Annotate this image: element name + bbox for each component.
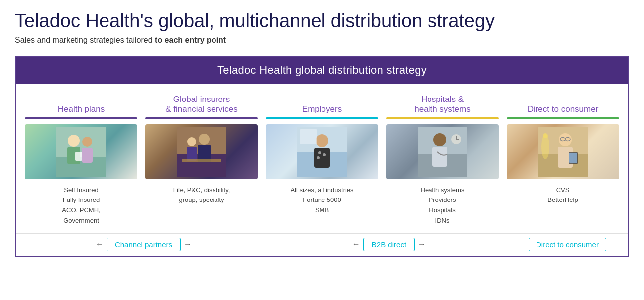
channel-partners-right-arrow: → xyxy=(184,240,192,249)
col-global-insurers: Global insurers& financial services xyxy=(141,92,262,206)
channel-partners-label: Channel partners xyxy=(107,238,181,251)
columns-area: Health plans Self Insured xyxy=(16,84,628,233)
svg-rect-17 xyxy=(314,148,330,168)
svg-rect-6 xyxy=(75,152,82,161)
col-hospitals-title: Hospitals &health systems xyxy=(414,92,470,114)
hospitals-underline xyxy=(386,117,499,119)
svg-point-9 xyxy=(199,134,210,145)
col-health-plans: Health plans Self Insured xyxy=(21,92,141,226)
employers-body: All sizes, all industriesFortune 5000SMB xyxy=(290,185,353,216)
employers-image xyxy=(266,124,378,179)
page-subtitle: Sales and marketing strategies tailored … xyxy=(15,36,629,45)
direct-consumer-underline xyxy=(507,117,619,119)
b2b-direct-left-arrow: ← xyxy=(352,240,360,249)
svg-point-16 xyxy=(316,134,328,147)
subtitle-plain: Sales and marketing strategies tailored xyxy=(15,36,155,44)
svg-rect-37 xyxy=(569,153,577,163)
col-hospitals: Hospitals &health systems xyxy=(382,92,503,226)
channel-partners-section: ← Channel partners → xyxy=(21,238,266,251)
svg-point-24 xyxy=(433,133,446,146)
global-insurers-underline xyxy=(145,117,258,119)
health-plans-image xyxy=(25,124,137,179)
svg-point-2 xyxy=(68,135,80,147)
employers-underline xyxy=(266,117,378,119)
col-direct-consumer-title: Direct to consumer xyxy=(528,92,599,114)
health-plans-illustration xyxy=(56,127,106,177)
direct-consumer-bottom-section: Direct to consumer xyxy=(512,238,623,251)
subtitle-bold: to each entry point xyxy=(155,36,226,44)
global-insurers-image xyxy=(145,124,258,179)
channel-partners-box: ← Channel partners → xyxy=(21,238,266,251)
svg-point-20 xyxy=(317,156,320,159)
svg-rect-13 xyxy=(182,159,221,162)
svg-rect-25 xyxy=(432,147,447,167)
health-plans-body: Self InsuredFully InsuredACO, PCMH,Gover… xyxy=(62,185,100,226)
col-employers-title: Employers xyxy=(302,92,342,114)
direct-consumer-body: CVSBetterHelp xyxy=(547,185,578,206)
svg-point-4 xyxy=(82,137,92,147)
hospitals-body: Health systemsProvidersHospitalsIDNs xyxy=(421,185,465,226)
b2b-direct-section: ← B2B direct → xyxy=(266,238,512,251)
health-plans-underline xyxy=(25,117,137,119)
employers-illustration xyxy=(297,127,347,177)
col-global-insurers-title: Global insurers& financial services xyxy=(165,92,238,114)
col-direct-consumer: Direct to consumer xyxy=(503,92,623,206)
channel-partners-left-arrow: ← xyxy=(96,240,104,249)
direct-consumer-illustration xyxy=(538,127,588,177)
svg-rect-5 xyxy=(82,148,93,163)
svg-point-18 xyxy=(318,151,321,154)
bottom-area: ← Channel partners → ← B2B direct → Dire… xyxy=(16,233,628,256)
col-health-plans-title: Health plans xyxy=(58,92,105,114)
svg-point-19 xyxy=(323,153,326,156)
svg-point-39 xyxy=(543,133,548,138)
b2b-direct-box: ← B2B direct → xyxy=(266,238,512,251)
main-container: Teladoc Health global distribution strat… xyxy=(15,56,629,257)
svg-point-11 xyxy=(187,137,196,146)
svg-rect-12 xyxy=(187,147,197,161)
b2b-direct-right-arrow: → xyxy=(418,240,426,249)
col-employers: Employers All sizes, all xyxy=(262,92,382,216)
svg-rect-21 xyxy=(300,129,317,144)
hospitals-image xyxy=(386,124,499,179)
banner: Teladoc Health global distribution strat… xyxy=(16,57,628,84)
b2b-direct-label: B2B direct xyxy=(363,238,415,251)
global-insurers-body: Life, P&C, disability,group, specialty xyxy=(173,185,230,206)
direct-consumer-image xyxy=(507,124,619,179)
hospitals-illustration xyxy=(418,127,467,177)
direct-consumer-bottom-label: Direct to consumer xyxy=(529,238,606,251)
page-title: Teladoc Health's global, multichannel di… xyxy=(15,10,629,33)
global-insurers-illustration xyxy=(177,127,226,177)
